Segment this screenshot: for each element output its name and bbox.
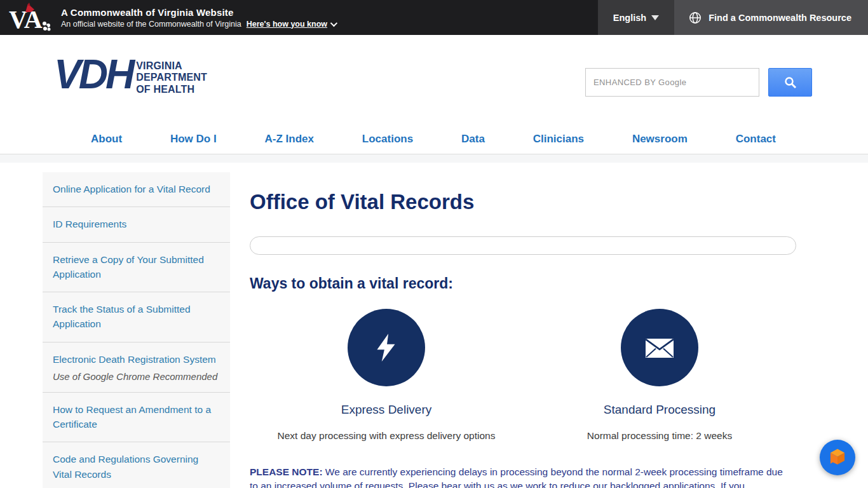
nav-item-newsroom[interactable]: Newsroom bbox=[632, 133, 688, 146]
vdh-logo[interactable]: VDH VIRGINIA DEPARTMENT OF HEALTH bbox=[54, 54, 207, 95]
sidebar-item-track-status[interactable]: Track the Status of a Submitted Applicat… bbox=[43, 292, 230, 342]
envelope-icon bbox=[643, 334, 676, 362]
ways-to-obtain-heading: Ways to obtain a vital record: bbox=[250, 275, 796, 292]
standard-processing-option: Standard Processing Normal processing ti… bbox=[523, 309, 796, 442]
standard-processing-label: Standard Processing bbox=[523, 403, 796, 417]
chat-cube-icon bbox=[828, 447, 847, 468]
sidebar-item-code-regulations[interactable]: Code and Regulations Governing Vital Rec… bbox=[43, 442, 230, 488]
sidebar-link[interactable]: Electronic Death Registration System bbox=[53, 354, 216, 365]
page-title: Office of Vital Records bbox=[250, 190, 796, 214]
svg-text:VA: VA bbox=[9, 5, 43, 33]
main-navigation: About How Do I A-Z Index Locations Data … bbox=[0, 125, 868, 154]
sidebar-link[interactable]: Track the Status of a Submitted Applicat… bbox=[53, 304, 191, 329]
commonwealth-branding: VA A Commonwealth of Virginia Website An… bbox=[0, 0, 336, 35]
sidebar-link[interactable]: Code and Regulations Governing Vital Rec… bbox=[53, 454, 198, 479]
virginia-va-logo-icon: VA bbox=[6, 3, 56, 33]
express-delivery-circle bbox=[348, 309, 425, 386]
express-delivery-label: Express Delivery bbox=[250, 403, 523, 417]
please-note-text: We are currently experiencing delays in … bbox=[250, 466, 783, 488]
heres-how-you-know-link[interactable]: Here's how you know bbox=[247, 20, 336, 29]
sidebar-link[interactable]: Retrieve a Copy of Your Submitted Applic… bbox=[53, 254, 204, 280]
commonwealth-utility-bar: VA A Commonwealth of Virginia Website An… bbox=[0, 0, 868, 35]
official-website-text: An official website of the Commonwealth … bbox=[61, 20, 241, 29]
search-icon bbox=[783, 75, 798, 90]
dropdown-arrow-icon bbox=[651, 15, 659, 20]
sidebar-item-retrieve-copy[interactable]: Retrieve a Copy of Your Submitted Applic… bbox=[43, 243, 230, 293]
language-selector[interactable]: English bbox=[598, 0, 674, 35]
vdh-acronym: VDH bbox=[54, 54, 136, 95]
chevron-down-icon bbox=[330, 19, 337, 26]
main-content: Office of Vital Records Ways to obtain a… bbox=[250, 172, 796, 488]
search-input[interactable] bbox=[585, 68, 759, 97]
standard-processing-description: Normal processing time: 2 weeks bbox=[523, 430, 796, 442]
please-note-label: PLEASE NOTE: bbox=[250, 466, 323, 477]
sidebar-item-id-requirements[interactable]: ID Requirements bbox=[43, 207, 230, 242]
sidebar-item-amendment[interactable]: How to Request an Amendment to a Certifi… bbox=[43, 393, 230, 443]
lightning-icon bbox=[370, 332, 402, 363]
site-search bbox=[585, 68, 812, 97]
sidebar-item-online-application[interactable]: Online Application for a Vital Record bbox=[43, 172, 230, 207]
express-delivery-option: Express Delivery Next day processing wit… bbox=[250, 309, 523, 442]
chatbot-button[interactable] bbox=[820, 440, 855, 475]
vdh-wordmark: VIRGINIA DEPARTMENT OF HEALTH bbox=[136, 60, 207, 95]
find-commonwealth-resource-button[interactable]: Find a Commonwealth Resource bbox=[674, 0, 868, 35]
sidebar-link[interactable]: ID Requirements bbox=[53, 219, 126, 229]
processing-delay-note: PLEASE NOTE: We are currently experienci… bbox=[250, 465, 787, 488]
language-label: English bbox=[613, 13, 646, 23]
commonwealth-title: A Commonwealth of Virginia Website bbox=[61, 7, 336, 18]
vital-records-sidebar: Online Application for a Vital Record ID… bbox=[43, 172, 230, 488]
standard-processing-circle bbox=[621, 309, 698, 386]
nav-item-how-do-i[interactable]: How Do I bbox=[170, 133, 217, 146]
empty-progress-bar bbox=[250, 236, 796, 255]
nav-item-data[interactable]: Data bbox=[461, 133, 485, 146]
site-header: VDH VIRGINIA DEPARTMENT OF HEALTH bbox=[0, 35, 868, 125]
nav-item-about[interactable]: About bbox=[91, 133, 122, 146]
sidebar-item-note: Use of Google Chrome Recommended bbox=[53, 371, 220, 382]
resource-label: Find a Commonwealth Resource bbox=[709, 13, 851, 23]
sidebar-link[interactable]: Online Application for a Vital Record bbox=[53, 184, 210, 194]
nav-item-az-index[interactable]: A-Z Index bbox=[265, 133, 314, 146]
express-delivery-description: Next day processing with express deliver… bbox=[250, 430, 523, 442]
globe-icon bbox=[688, 11, 702, 25]
search-button[interactable] bbox=[768, 68, 812, 97]
nav-item-clinicians[interactable]: Clinicians bbox=[533, 133, 584, 146]
sidebar-item-edrs[interactable]: Electronic Death Registration System Use… bbox=[43, 342, 230, 393]
nav-item-contact[interactable]: Contact bbox=[736, 133, 776, 146]
sidebar-link[interactable]: How to Request an Amendment to a Certifi… bbox=[53, 404, 211, 430]
nav-divider-band bbox=[0, 154, 868, 163]
nav-item-locations[interactable]: Locations bbox=[362, 133, 413, 146]
